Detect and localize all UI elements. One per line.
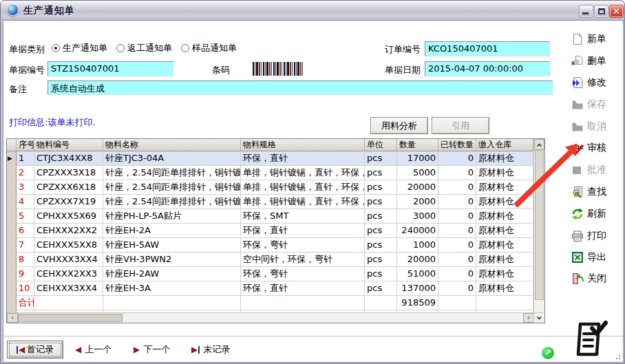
table-cell: 单排，铜针镀锡，直针，环保，针长，	[241, 166, 365, 180]
app-icon	[7, 4, 19, 16]
scroll-left-button[interactable]: ‹	[7, 313, 18, 323]
scroll-down-button[interactable]	[533, 312, 544, 323]
table-cell: pcs	[365, 180, 397, 195]
table-cell: 环保，弯针	[241, 238, 365, 253]
sidebar-button-export-excel[interactable]: 导出	[570, 249, 622, 266]
table-cell: 针座，2.54间距单排排针，铜针镀锡，	[103, 195, 241, 209]
close-door-icon	[570, 272, 585, 285]
doc-date-label: 单据日期	[385, 64, 421, 76]
sidebar-button-audit-abc[interactable]: abc审核	[570, 140, 622, 156]
sidebar-button-new-doc[interactable]: 新单	[570, 31, 622, 47]
table-row[interactable]: 4CPZXXX7X19针座，2.54间距单排排针，铜针镀锡，单排，铜针镀锡，直针…	[7, 195, 533, 209]
row-marker	[7, 253, 17, 267]
table-cell: 环保，直针	[241, 151, 365, 166]
last-record-button[interactable]: ▶ 末记录	[191, 343, 230, 356]
chevron-down-icon	[537, 314, 542, 319]
table-cell: 4	[17, 195, 34, 209]
table-cell: 10	[17, 281, 34, 296]
material-analysis-button[interactable]: 用料分析	[370, 117, 428, 134]
resize-grip[interactable]	[614, 353, 621, 360]
cancel-folder-icon	[570, 120, 585, 133]
table-cell: 0	[438, 180, 476, 195]
table-cell	[476, 296, 533, 310]
doc-type-radio[interactable]: 返工通知单	[116, 42, 172, 54]
row-marker	[7, 195, 17, 209]
sidebar-button-label: 删单	[587, 55, 606, 67]
maximize-button[interactable]	[594, 5, 608, 18]
prev-record-button[interactable]: ◀ 上一个	[75, 343, 112, 356]
table-cell: 原材料仓	[476, 166, 533, 180]
column-header[interactable]: 单位	[365, 139, 397, 151]
table-cell: 0	[438, 224, 476, 238]
table-cell: 合计	[17, 296, 34, 310]
column-header[interactable]: 物料名称	[103, 139, 241, 151]
table-row[interactable]: 5CPHXXX5X69针座PH-LP-5A贴片环保，SMTpcs30000原材料…	[7, 209, 533, 224]
row-marker	[7, 267, 17, 281]
first-record-icon: ◀	[17, 345, 25, 354]
next-record-button[interactable]: ▶ 下一个	[134, 343, 170, 356]
horizontal-scrollbar[interactable]: ‹ ›	[7, 312, 534, 323]
doc-type-radio[interactable]: 样品通知单	[181, 42, 237, 54]
sidebar-button-edit-doc[interactable]: 修改	[570, 74, 622, 91]
minimize-button[interactable]	[579, 5, 593, 18]
quote-button[interactable]: 引用	[432, 117, 489, 134]
column-header[interactable]: 物料规格	[241, 139, 365, 151]
scroll-up-button[interactable]	[534, 139, 544, 150]
table-row[interactable]: 8CVHXXX3XX4针座VH-3PWN2空中间针，环保，弯针pcs200000…	[7, 253, 533, 267]
table-cell: 单排，铜针镀锡，直针，环保，针长，	[241, 195, 365, 209]
horizontal-scroll-thumb[interactable]	[18, 314, 123, 322]
column-header[interactable]: 序号	[17, 139, 34, 151]
close-button[interactable]: ✕	[609, 5, 624, 18]
table-row[interactable]: ▶1CTJC3X4XX8针座TJC3-04A环保，直针pcs170000原材料仓	[7, 151, 533, 166]
radio-circle-icon	[181, 44, 189, 52]
table-cell: pcs	[365, 224, 397, 238]
column-header[interactable]: 物料编号	[34, 139, 103, 151]
table-body: ▶1CTJC3X4XX8针座TJC3-04A环保，直针pcs170000原材料仓…	[7, 151, 533, 312]
scroll-right-button[interactable]: ›	[523, 313, 534, 323]
sidebar-button-delete-doc[interactable]: 删单	[570, 53, 622, 69]
prev-record-icon: ◀	[75, 345, 81, 354]
table-row[interactable]: 2CPZXXX3X18针座，2.54间距单排排针，铜针镀锡，单排，铜针镀锡，直针…	[7, 166, 533, 180]
table-cell: 0	[438, 267, 476, 281]
radio-label: 返工通知单	[127, 42, 172, 54]
table-row[interactable]: 7CEHXXX5XX8针座EH-5AW环保，弯针pcs10000原材料仓	[7, 238, 533, 253]
table-cell: 原材料仓	[476, 195, 533, 209]
table-cell: 17000	[397, 151, 438, 166]
last-record-icon: ▶	[191, 345, 200, 354]
table-row[interactable]: 3CPZXXX6X18针座，2.54间距单排排针，铜针镀锡，单排，铜针镀锡，直针…	[7, 180, 533, 195]
doc-no-field[interactable]: STZ150407001	[47, 61, 173, 76]
sidebar-button-refresh[interactable]: 刷新	[570, 206, 622, 222]
sidebar-button-label: 取消	[587, 120, 606, 133]
table-cell: 7	[17, 238, 34, 253]
table-header: 序号物料编号物料名称物料规格单位数量已转数量缴入仓库	[7, 139, 533, 151]
sidebar-button-close-door[interactable]: 关闭	[570, 270, 622, 287]
table-row[interactable]: 6CEHXXX2XX2针座EH-2A环保，直针pcs2400000原材料仓	[7, 224, 533, 238]
total-row: 合计918509	[7, 296, 533, 310]
first-record-button[interactable]: ◀ 首记录	[7, 341, 63, 358]
order-no-field[interactable]: KCO150407001	[425, 41, 550, 56]
vertical-scroll-thumb[interactable]	[535, 150, 544, 300]
table-cell: 针座EH-2A	[103, 224, 241, 238]
table-cell: 137000	[397, 281, 438, 296]
sidebar-button-approve: 批准	[570, 162, 622, 178]
row-marker	[7, 238, 17, 253]
table-cell: 针座PH-LP-5A贴片	[103, 209, 241, 224]
share-green-icon[interactable]: ↗	[542, 347, 554, 359]
doc-type-radio[interactable]: 生产通知单	[52, 42, 107, 54]
table-cell: CPZXXX3X18	[34, 166, 103, 180]
table-row[interactable]: 9CEHXXX2XX3针座EH-2AW环保，弯针pcs510000原材料仓	[7, 267, 533, 281]
sidebar-button-label: 导出	[587, 251, 606, 264]
table-row[interactable]: 10CEHXXX3XX4针座EH-3A环保，直针pcs1370000原材料仓	[7, 281, 533, 296]
column-header[interactable]: 数量	[397, 139, 438, 151]
column-header[interactable]: 已转数量	[438, 139, 476, 151]
first-record-label: 首记录	[27, 343, 54, 356]
column-header[interactable]: 缴入仓库	[476, 139, 533, 151]
vertical-scrollbar[interactable]	[533, 139, 544, 312]
sidebar-button-search[interactable]: H查找	[570, 184, 622, 200]
sidebar-button-label: 打印	[587, 230, 606, 242]
table-cell: 环保，SMT	[241, 209, 365, 224]
remark-field[interactable]: 系统自动生成	[47, 81, 553, 95]
doc-date-field[interactable]: 2015-04-07 00:00:00	[425, 61, 550, 76]
remark-label: 备注	[9, 83, 27, 96]
sidebar-button-print[interactable]: 打印	[570, 228, 622, 244]
